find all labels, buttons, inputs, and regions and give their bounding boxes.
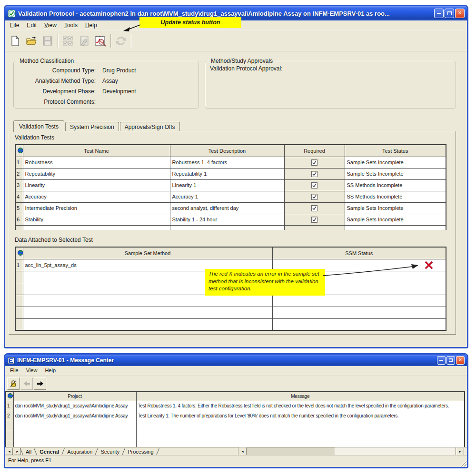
required-checkbox[interactable] — [311, 182, 317, 188]
required-cell[interactable] — [284, 168, 345, 179]
next-message-arrow-icon[interactable] — [34, 377, 46, 390]
test-name-cell[interactable]: Intermediate Precision — [23, 202, 170, 214]
column-header[interactable]: Test Description — [170, 145, 284, 157]
required-checkbox[interactable] — [311, 194, 317, 200]
validation-checks-icon[interactable] — [60, 33, 76, 49]
column-header[interactable]: Required — [284, 145, 345, 157]
scroll-thumb[interactable] — [335, 447, 456, 456]
scroll-right-icon[interactable]: ► — [456, 447, 464, 456]
sign-off-icon[interactable] — [76, 33, 92, 49]
tab-validation-tests[interactable]: Validation Tests — [13, 120, 64, 132]
maximize-button-icon[interactable] — [445, 9, 454, 18]
required-cell[interactable] — [284, 157, 345, 168]
test-status-cell[interactable]: SS Methods Incomplete — [345, 179, 446, 191]
test-description-cell[interactable]: Accuracy 1 — [170, 191, 284, 202]
test-name-cell[interactable]: Accuracy — [23, 191, 170, 202]
test-status-cell[interactable]: SS Methods Incomplete — [345, 191, 446, 202]
test-status-cell[interactable]: Sample Sets Incomplete — [345, 214, 446, 225]
project-cell[interactable]: dan root\MVM_study\drug1_assayval\Amlodi… — [13, 411, 136, 421]
resize-grip[interactable] — [460, 460, 466, 466]
test-name-cell[interactable]: Robustness — [23, 157, 170, 168]
open-folder-icon[interactable] — [23, 33, 40, 49]
column-header[interactable]: SSM Status — [272, 247, 446, 259]
menu-help[interactable]: Help — [41, 367, 60, 375]
menu-view[interactable]: View — [40, 21, 60, 30]
test-name-cell[interactable]: Repeatability — [23, 168, 170, 179]
table-row-empty[interactable] — [15, 307, 446, 318]
test-description-cell[interactable]: Repeatability 1 — [170, 168, 284, 179]
globe-icon — [15, 247, 23, 259]
test-status-cell[interactable]: Sample Sets Incomplete — [345, 168, 446, 179]
test-description-cell[interactable]: Linearity 1 — [170, 179, 284, 191]
minimize-button-icon[interactable] — [434, 9, 444, 18]
scroll-track[interactable] — [247, 447, 456, 456]
table-row[interactable]: 1 Robustness Robustness 1. 4 factors Sam… — [15, 157, 446, 168]
save-icon[interactable] — [40, 33, 56, 49]
tab-system-precision[interactable]: System Precision — [65, 122, 119, 132]
tab-approvals-sign-offs[interactable]: Approvals/Sign Offs — [120, 122, 180, 132]
menu-file[interactable]: File — [6, 21, 23, 30]
title-bar[interactable]: INFM-EMPSRV-01 - Message Center × — [5, 355, 467, 366]
required-cell[interactable] — [284, 191, 345, 202]
test-status-cell[interactable]: Sample Sets Incomplete — [345, 157, 446, 168]
menu-tools[interactable]: Tools — [60, 21, 81, 30]
column-header[interactable]: Test Status — [345, 145, 446, 157]
table-row-empty[interactable] — [15, 295, 446, 307]
required-cell[interactable] — [284, 179, 345, 191]
message-cell[interactable]: Test Robustness 1. 4 factors: Either the… — [136, 401, 465, 411]
table-row[interactable]: 3 Linearity Linearity 1 SS Methods Incom… — [15, 179, 446, 191]
column-header[interactable]: Project — [13, 392, 136, 401]
table-row-empty[interactable] — [6, 431, 465, 441]
previous-message-arrow-icon[interactable] — [20, 377, 33, 390]
required-checkbox[interactable] — [311, 171, 317, 177]
menu-file[interactable]: File — [6, 367, 22, 375]
filter-tab-all[interactable]: All — [22, 448, 35, 455]
table-row-empty[interactable] — [6, 421, 465, 431]
table-row[interactable]: 5 Intermediate Precision second analyst,… — [15, 202, 446, 214]
required-cell[interactable] — [284, 214, 345, 225]
filter-tab-processing[interactable]: Processing — [124, 448, 157, 455]
filter-tab-general[interactable]: General — [36, 448, 63, 455]
field-value: Drug Product — [102, 65, 136, 76]
update-status-refresh-icon[interactable] — [113, 33, 129, 49]
test-status-cell[interactable]: Sample Sets Incomplete — [345, 202, 446, 214]
required-checkbox[interactable] — [311, 217, 317, 223]
table-row-empty[interactable] — [15, 318, 446, 330]
close-button-icon[interactable]: × — [456, 356, 465, 365]
menu-edit[interactable]: Edit — [23, 21, 40, 30]
review-method-icon[interactable] — [92, 33, 109, 49]
update-status-annotation: Update status button — [139, 17, 241, 28]
required-checkbox[interactable] — [311, 159, 317, 166]
table-row-empty[interactable] — [6, 441, 465, 447]
lock-icon[interactable] — [7, 377, 20, 390]
message-cell[interactable]: Test Linearity 1: The number of preparat… — [136, 411, 465, 421]
minimize-button-icon[interactable] — [437, 356, 446, 365]
table-row[interactable]: 6 Stability Stability 1 - 24 hour Sample… — [15, 214, 446, 225]
project-cell[interactable]: dan root\MVM_study\drug1_assayval\Amlodi… — [13, 401, 136, 411]
table-row[interactable]: 2 dan root\MVM_study\drug1_assayval\Amlo… — [6, 411, 465, 421]
column-header[interactable]: Sample Set Method — [23, 247, 272, 259]
test-description-cell[interactable]: Stability 1 - 24 hour — [170, 214, 284, 225]
filter-tab-acquisition[interactable]: Acquisition — [63, 448, 96, 455]
test-name-cell[interactable]: Linearity — [23, 179, 170, 191]
table-row[interactable]: 1 dan root\MVM_study\drug1_assayval\Amlo… — [6, 401, 465, 411]
menu-view[interactable]: View — [22, 367, 41, 375]
maximize-button-icon[interactable] — [446, 356, 455, 365]
filter-tab-security[interactable]: Security — [97, 448, 123, 455]
table-row[interactable]: 2 Repeatability Repeatability 1 Sample S… — [15, 168, 446, 179]
test-name-cell[interactable]: Stability — [23, 214, 170, 225]
table-row[interactable]: 4 Accuracy Accuracy 1 SS Methods Incompl… — [15, 191, 446, 202]
test-description-cell[interactable]: second analyst, different day — [170, 202, 284, 214]
validation-tests-table: Test Name Test Description Required Test… — [15, 144, 446, 230]
required-checkbox[interactable] — [311, 205, 317, 211]
new-document-icon[interactable] — [7, 33, 23, 49]
column-header[interactable]: Test Name — [23, 145, 170, 157]
tab-scroll-left-icon[interactable]: ◄ — [6, 448, 13, 455]
column-header[interactable]: Message — [136, 392, 465, 401]
menu-help[interactable]: Help — [81, 21, 101, 30]
required-cell[interactable] — [284, 202, 345, 214]
scroll-left-icon[interactable]: ◄ — [238, 447, 247, 456]
horizontal-scrollbar[interactable]: ◄ ► — [238, 447, 464, 456]
test-description-cell[interactable]: Robustness 1. 4 factors — [170, 157, 284, 168]
close-button-icon[interactable]: × — [455, 9, 465, 18]
